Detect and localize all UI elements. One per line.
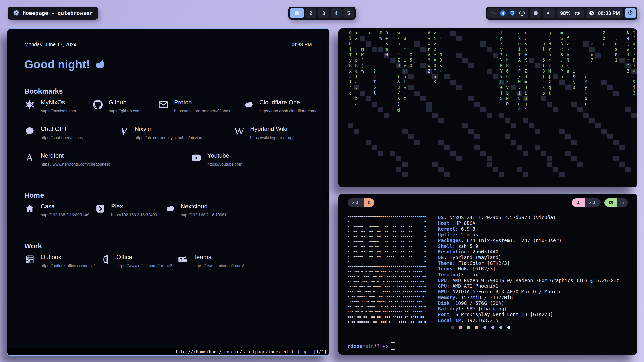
bookmark-nextcloud[interactable]: Nextcloudhttp://192.168.2.16:10081: [165, 203, 226, 217]
matrix-column: lpxy3\KYYhe]S: [498, 30, 504, 101]
workspace-button-1-active[interactable]: [290, 8, 304, 18]
matrix-trail-block: [511, 140, 516, 145]
matrix-trail-block: [456, 36, 462, 41]
bookmark-proton[interactable]: Protonhttps://mail.proton.me/u/0/inbox: [158, 99, 230, 113]
active-window-titlebar: Homepage - qutebrowser: [8, 7, 98, 20]
workspace-button-4[interactable]: 4: [331, 8, 342, 18]
fastfetch-value: : 644×362: [467, 249, 498, 254]
matrix-column: _e.x7: [589, 36, 595, 63]
check-circle-icon[interactable]: [519, 10, 525, 16]
matrix-column: zi>Z*AOTnK: [432, 30, 438, 85]
fastfetch-label: Terminal: [438, 272, 461, 277]
tmux-window-count: 5: [617, 198, 628, 207]
bookmark-text: Nextcloudhttp://192.168.2.16:10081: [181, 203, 226, 217]
indicator-segment[interactable]: [530, 8, 541, 18]
bookmark-casa[interactable]: Casahttp://192.168.2.16:8081/#/: [24, 203, 89, 217]
matrix-trail-block: [450, 31, 456, 36]
matrix-trail-block: [613, 156, 619, 161]
volume-segment[interactable]: [543, 8, 555, 18]
fastfetch-line-packages: Packages: 674 (nix-system), 1747 (nix-us…: [438, 238, 619, 243]
bookmark-hyprland-wiki[interactable]: WHyprland Wikihttps://wiki.hyprland.org/: [234, 125, 294, 140]
bookmark-nixvim[interactable]: VNixvimhttps://nix-community.github.io/n…: [118, 125, 202, 140]
text-cursor[interactable]: [391, 342, 395, 350]
bluetooth-icon[interactable]: [500, 10, 506, 16]
matrix-trail-block: [553, 167, 558, 172]
cmatrix-terminal-window[interactable]: QlD]TyBxJI'c<X_^!pBaIa. baNK`)%p?CT5l#%D…: [338, 28, 637, 187]
tmux-user-pill[interactable]: zsh: [572, 198, 601, 207]
power-button[interactable]: [625, 8, 636, 18]
fastfetch-label: GPU: [438, 283, 447, 289]
matrix-trail-block: [505, 118, 510, 123]
matrix-column: w\5_"Z9 (&3/X)@: [396, 30, 402, 112]
matrix-trail-block: [565, 151, 571, 156]
bookmark-teams[interactable]: Teamshttps://teams.microsoft.com/_: [177, 254, 246, 268]
terminal-icon: [604, 198, 617, 207]
fastfetch-line-os: OS: NixOS 24.11.20240612.57d6973 (Vicuña…: [438, 215, 619, 220]
matrix-trail-block: [444, 172, 450, 177]
bookmark-chat-gpt[interactable]: Chat GPThttps://chat.openai.com/: [24, 125, 83, 140]
matrix-trail-block: [511, 123, 516, 128]
matrix-trail-block: [517, 167, 522, 172]
bookmark-youtube[interactable]: Youtubehttps://youtube.com: [191, 152, 243, 167]
workspace-button-3[interactable]: 3: [318, 8, 329, 18]
bookmark-url: https://outlook.office.com/mail/: [41, 264, 95, 268]
section-title-home: Home: [24, 191, 312, 199]
bookmark-text: Casahttp://192.168.2.16:8081/#/: [41, 203, 89, 217]
matrix-column: ?CT5l: [372, 69, 378, 96]
battery-segment[interactable]: 98%: [557, 8, 584, 18]
statusbar-url: file:///home/hadi/.config/startpage/inde…: [175, 349, 294, 354]
prompt-arrow: ❯: [385, 343, 388, 349]
clock-segment[interactable]: 08:33 PM: [586, 8, 623, 18]
bookmark-github[interactable]: Githubhttps://github.com: [93, 99, 140, 113]
github-icon: [93, 99, 103, 110]
matrix-trail-block: [547, 156, 552, 161]
workspace-button-5[interactable]: 5: [343, 8, 354, 18]
tmux-windows-pill[interactable]: 5: [604, 198, 628, 207]
matrix-trail-block: [414, 41, 420, 47]
fastfetch-value: : SFProDisplay Nerd Font 13 [GTK2/3]: [450, 312, 553, 317]
matrix-trail-block: [553, 107, 558, 112]
bookmark-plex[interactable]: Plexhttp://192.168.2.16:32400: [95, 203, 157, 217]
fastfetch-label: Local IP: [438, 318, 461, 323]
workspace-button-2[interactable]: 2: [305, 8, 316, 18]
prompt-git-branch: main: [362, 343, 374, 349]
bookmark-cloudflare-one[interactable]: Cloudflare Onehttps://one.dash.cloudflar…: [243, 99, 316, 113]
bookmark-text: Nerdfonthttps://www.nerdfonts.com/cheat-…: [41, 152, 110, 167]
matrix-trail-block: [613, 91, 619, 96]
bookmark-name: Office: [116, 254, 172, 261]
matrix-column: ,o$01: [613, 36, 619, 63]
bookmark-nerdfont[interactable]: ANerdfonthttps://www.nerdfonts.com/cheat…: [24, 152, 110, 167]
matrix-trail-block: [414, 91, 420, 96]
fastfetch-value: : AMD Ryzen 9 7940HS w/ Radeon 780M Grap…: [447, 278, 619, 283]
matrix-trail-block: [366, 96, 371, 101]
bookmark-text: Youtubehttps://youtube.com: [207, 152, 243, 167]
matrix-trail-block: [499, 172, 504, 177]
bookmark-name: Nixvim: [135, 125, 202, 132]
matrix-trail-block: [372, 102, 377, 107]
fastfetch-value: : NixOS 24.11.20240612.57d6973 (Vicuña): [444, 215, 556, 220]
bookmark-url: http://192.168.2.16:8081/#/: [41, 213, 89, 217]
bookmark-text: Teamshttps://teams.microsoft.com/_: [193, 254, 246, 268]
matrix-trail-block: [559, 172, 565, 177]
bookmark-mynixos[interactable]: MyNixOshttps://mynixos.com: [24, 99, 76, 113]
matrix-trail-block: [402, 162, 408, 167]
arrows-icon[interactable]: [490, 10, 496, 16]
bookmark-row: Chat GPThttps://chat.openai.com/VNixvimh…: [24, 125, 312, 149]
matrix-trail-block: [553, 74, 558, 79]
matrix-column: p: [366, 30, 372, 36]
fastfetch-terminal-window[interactable]: zsh 0 zsh 5 ▪▪▪▪▪▪▪▪▪▪▪▪▪▪▪▪▪▪▪▪▪▪▪▪▪▪▪▪…: [338, 194, 637, 355]
bookmark-text: Cloudflare Onehttps://one.dash.cloudflar…: [259, 99, 316, 113]
bookmark-office[interactable]: Officehttps://www.office.com/?auth=2: [100, 254, 172, 268]
fastfetch-value: : tmux: [461, 272, 478, 277]
tmux-session-pill[interactable]: zsh 0: [348, 198, 374, 207]
shield-icon[interactable]: [509, 10, 515, 16]
bookmark-outlook[interactable]: Outlookhttps://outlook.office.com/mail/: [24, 254, 95, 268]
matrix-trail-block: [390, 151, 395, 156]
fastfetch-value: : 98% [Charging]: [461, 306, 507, 311]
fastfetch-value: : Hyprland (Wayland): [444, 255, 501, 260]
bookmark-text: MyNixOshttps://mynixos.com: [41, 99, 76, 113]
statusbar-scroll-position: [top]: [297, 349, 310, 354]
office-icon: [100, 254, 111, 265]
matrix-trail-block: [390, 58, 395, 63]
person-icon: [572, 198, 585, 207]
